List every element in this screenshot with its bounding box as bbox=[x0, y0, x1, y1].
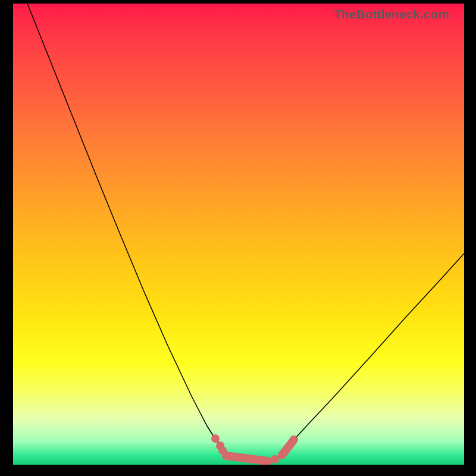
marker-dot bbox=[271, 455, 279, 464]
marker-dot bbox=[211, 434, 220, 443]
right-curve bbox=[257, 253, 464, 461]
watermark-text: TheBottleneck.com bbox=[334, 7, 449, 21]
chart-container: TheBottleneck.com bbox=[0, 0, 476, 476]
marker-pill bbox=[226, 456, 268, 461]
markers-group bbox=[211, 434, 294, 464]
plot-area: TheBottleneck.com bbox=[13, 4, 464, 465]
marker-pill bbox=[282, 440, 294, 455]
left-curve bbox=[27, 4, 257, 461]
chart-svg bbox=[13, 4, 464, 465]
